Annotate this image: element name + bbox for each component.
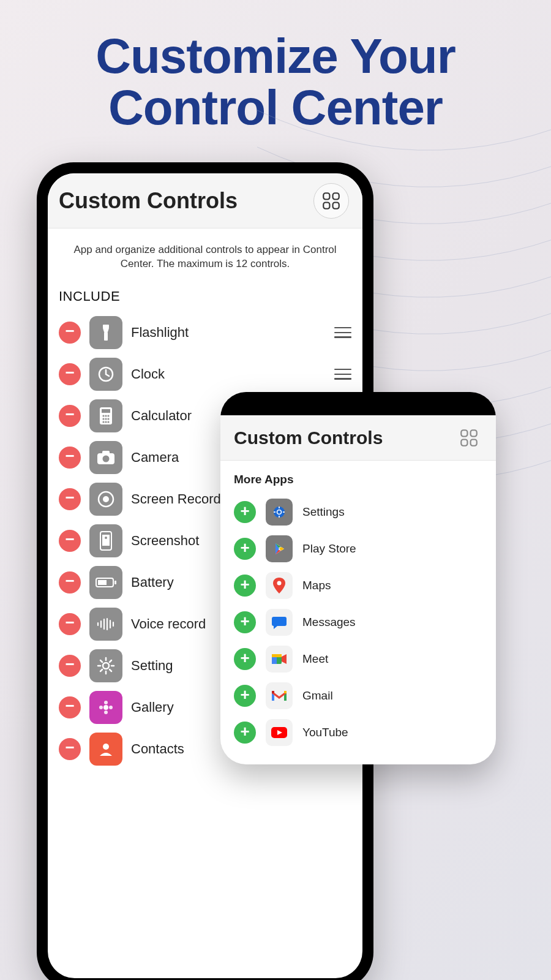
- svg-point-46: [104, 701, 108, 704]
- card-body: More Apps + Settings + Play Store + Maps…: [220, 461, 496, 764]
- app-row-settings[interactable]: + Settings: [229, 494, 487, 530]
- svg-point-48: [104, 710, 108, 714]
- svg-marker-75: [284, 691, 287, 693]
- play-store-icon: [266, 535, 293, 562]
- promo-headline: Customize Your Control Center: [0, 0, 551, 152]
- screen-record-icon: [89, 483, 122, 516]
- remove-button[interactable]: −: [59, 696, 81, 718]
- screen-description: App and organize additional controls to …: [48, 228, 362, 282]
- messages-icon: [266, 609, 293, 636]
- svg-rect-69: [272, 654, 282, 657]
- include-section-label: INCLUDE: [48, 282, 362, 312]
- svg-rect-28: [98, 580, 107, 585]
- app-row-messages[interactable]: + Messages: [229, 604, 487, 641]
- svg-rect-4: [103, 325, 109, 328]
- grid-view-button[interactable]: [313, 183, 349, 219]
- svg-point-21: [103, 455, 110, 462]
- row-label: Messages: [302, 616, 482, 629]
- svg-rect-52: [471, 430, 477, 436]
- svg-line-42: [110, 669, 111, 671]
- svg-rect-53: [461, 439, 467, 445]
- remove-button[interactable]: −: [59, 738, 81, 760]
- svg-point-16: [102, 421, 104, 423]
- svg-rect-20: [102, 451, 110, 454]
- meet-icon: [266, 646, 293, 673]
- svg-marker-70: [282, 654, 287, 664]
- svg-point-50: [103, 744, 109, 750]
- add-button[interactable]: +: [234, 501, 256, 523]
- control-row-flashlight[interactable]: − Flashlight: [48, 312, 362, 353]
- remove-button[interactable]: −: [59, 571, 81, 594]
- card-notch: [220, 392, 496, 415]
- svg-line-41: [100, 660, 102, 662]
- svg-marker-74: [272, 691, 274, 693]
- remove-button[interactable]: −: [59, 655, 81, 677]
- more-apps-card: Custom Controls More Apps + Settings + P…: [220, 392, 496, 764]
- app-row-meet[interactable]: + Meet: [229, 641, 487, 677]
- headline-line2: Control Center: [108, 80, 443, 135]
- svg-rect-9: [102, 409, 110, 413]
- svg-point-11: [105, 415, 107, 417]
- svg-point-17: [105, 421, 107, 423]
- add-button[interactable]: +: [234, 722, 256, 744]
- svg-point-66: [277, 581, 282, 586]
- svg-point-10: [102, 415, 104, 417]
- card-title: Custom Controls: [234, 428, 383, 448]
- maps-icon: [266, 572, 293, 599]
- flashlight-icon: [89, 316, 122, 349]
- add-button[interactable]: +: [234, 538, 256, 560]
- svg-rect-29: [114, 581, 116, 584]
- remove-button[interactable]: −: [59, 363, 81, 385]
- svg-point-36: [103, 663, 109, 669]
- settings-gear-icon: [89, 649, 122, 682]
- screen-header: Custom Controls: [48, 173, 362, 228]
- remove-button[interactable]: −: [59, 405, 81, 427]
- add-button[interactable]: +: [234, 611, 256, 633]
- row-label: Maps: [302, 579, 482, 592]
- svg-point-47: [109, 706, 113, 709]
- row-label: Play Store: [302, 542, 482, 556]
- drag-handle[interactable]: [334, 327, 351, 338]
- add-button[interactable]: +: [234, 648, 256, 670]
- grid-view-button[interactable]: [454, 423, 484, 453]
- row-label: Gmail: [302, 689, 482, 703]
- app-row-maps[interactable]: + Maps: [229, 567, 487, 604]
- drag-handle[interactable]: [334, 369, 351, 380]
- svg-rect-51: [461, 430, 467, 436]
- remove-button[interactable]: −: [59, 447, 81, 469]
- remove-button[interactable]: −: [59, 488, 81, 510]
- add-button[interactable]: +: [234, 685, 256, 707]
- app-row-gmail[interactable]: + Gmail: [229, 677, 487, 714]
- calculator-icon: [89, 399, 122, 432]
- svg-point-15: [107, 418, 109, 420]
- control-row-clock[interactable]: − Clock: [48, 353, 362, 395]
- remove-button[interactable]: −: [59, 530, 81, 552]
- row-label: YouTube: [302, 726, 482, 739]
- add-button[interactable]: +: [234, 575, 256, 597]
- grid-icon: [321, 190, 342, 211]
- grid-icon: [459, 428, 479, 448]
- svg-marker-5: [103, 328, 109, 332]
- svg-rect-0: [323, 193, 329, 199]
- screen-title: Custom Controls: [59, 188, 238, 214]
- svg-line-43: [100, 669, 102, 671]
- svg-point-14: [105, 418, 107, 420]
- app-row-play-store[interactable]: + Play Store: [229, 530, 487, 567]
- svg-point-45: [103, 705, 108, 710]
- svg-rect-2: [323, 202, 329, 208]
- remove-button[interactable]: −: [59, 322, 81, 344]
- row-label: Clock: [131, 366, 326, 382]
- svg-rect-25: [102, 535, 110, 546]
- gmail-icon: [266, 682, 293, 709]
- headline-line1: Customize Your: [96, 29, 455, 83]
- screenshot-icon: [89, 524, 122, 557]
- contacts-icon: [89, 733, 122, 766]
- svg-rect-6: [104, 332, 108, 341]
- voice-record-icon: [89, 608, 122, 641]
- app-row-youtube[interactable]: + YouTube: [229, 714, 487, 751]
- svg-point-18: [107, 421, 109, 423]
- svg-line-44: [110, 660, 111, 662]
- svg-point-13: [102, 418, 104, 420]
- camera-icon: [89, 441, 122, 474]
- remove-button[interactable]: −: [59, 613, 81, 635]
